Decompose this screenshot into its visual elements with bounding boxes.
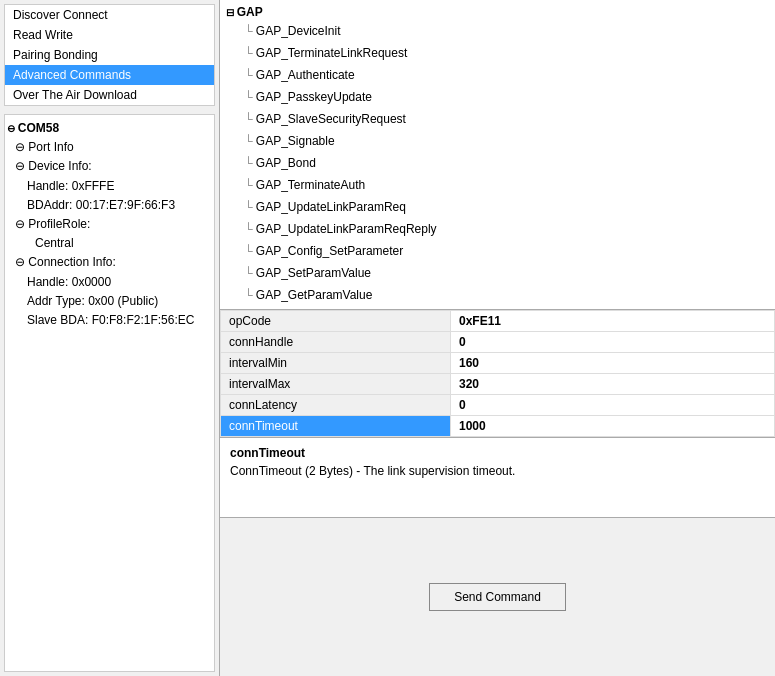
port-info[interactable]: Port Info [28, 140, 73, 154]
desc-text: ConnTimeout (2 Bytes) - The link supervi… [230, 464, 765, 478]
cmd-item-6[interactable]: GAP_Bond [224, 152, 771, 174]
button-area: Send Command [220, 518, 775, 676]
cmd-item-12[interactable]: GAP_GetParamValue [224, 284, 771, 305]
slave-bda-value: F0:F8:F2:1F:56:EC [92, 313, 195, 327]
handle-value: 0xFFFE [72, 179, 115, 193]
cmd-item-7[interactable]: GAP_TerminateAuth [224, 174, 771, 196]
nav-item-over-the-air[interactable]: Over The Air Download [5, 85, 214, 105]
handle-label: Handle: [27, 179, 68, 193]
cmd-item-8[interactable]: GAP_UpdateLinkParamReq [224, 196, 771, 218]
gap-group[interactable]: GAP [224, 4, 771, 20]
cmd-item-4[interactable]: GAP_SlaveSecurityRequest [224, 108, 771, 130]
param-value-connTimeout[interactable]: 1000 [451, 416, 775, 437]
param-value-opCode[interactable]: 0xFE11 [451, 311, 775, 332]
cmd-item-9[interactable]: GAP_UpdateLinkParamReqReply [224, 218, 771, 240]
param-row-connTimeout[interactable]: connTimeout1000 [221, 416, 775, 437]
cmd-item-11[interactable]: GAP_SetParamValue [224, 262, 771, 284]
command-tree: GAP GAP_DeviceInitGAP_TerminateLinkReque… [220, 0, 775, 310]
param-value-intervalMax[interactable]: 320 [451, 374, 775, 395]
param-label-intervalMin: intervalMin [221, 353, 451, 374]
cmd-item-1[interactable]: GAP_TerminateLinkRequest [224, 42, 771, 64]
device-info-label: ⊖ [15, 159, 28, 173]
param-row-connHandle[interactable]: connHandle0 [221, 332, 775, 353]
param-value-connLatency[interactable]: 0 [451, 395, 775, 416]
connection-info: Connection Info: [28, 255, 115, 269]
nav-item-discover-connect[interactable]: Discover Connect [5, 5, 214, 25]
param-value-intervalMin[interactable]: 160 [451, 353, 775, 374]
profile-role-value: Central [35, 236, 74, 250]
port-label[interactable]: COM58 [7, 121, 59, 135]
send-command-button[interactable]: Send Command [429, 583, 566, 611]
param-label-connTimeout: connTimeout [221, 416, 451, 437]
params-table: opCode0xFE11connHandle0intervalMin160int… [220, 310, 775, 438]
param-label-connHandle: connHandle [221, 332, 451, 353]
nav-menu: Discover Connect Read Write Pairing Bond… [4, 4, 215, 106]
bdaddr-label: BDAddr: [27, 198, 72, 212]
port-info-label: ⊖ [15, 140, 28, 154]
conn-handle-value: 0x0000 [72, 275, 111, 289]
nav-item-read-write[interactable]: Read Write [5, 25, 214, 45]
nav-item-pairing-bonding[interactable]: Pairing Bonding [5, 45, 214, 65]
profile-role-label: ⊖ [15, 217, 28, 231]
right-panel: GAP GAP_DeviceInitGAP_TerminateLinkReque… [220, 0, 775, 676]
addr-type-label: Addr Type: [27, 294, 85, 308]
param-value-connHandle[interactable]: 0 [451, 332, 775, 353]
cmd-item-10[interactable]: GAP_Config_SetParameter [224, 240, 771, 262]
cmd-item-0[interactable]: GAP_DeviceInit [224, 20, 771, 42]
desc-title: connTimeout [230, 446, 765, 460]
device-info: Device Info: [28, 159, 91, 173]
addr-type-value: 0x00 (Public) [88, 294, 158, 308]
device-tree: COM58 ⊖ Port Info ⊖ Device Info: Handle:… [4, 114, 215, 672]
nav-item-advanced-commands[interactable]: Advanced Commands [5, 65, 214, 85]
param-label-connLatency: connLatency [221, 395, 451, 416]
param-row-intervalMax[interactable]: intervalMax320 [221, 374, 775, 395]
param-label-opCode: opCode [221, 311, 451, 332]
param-row-opCode[interactable]: opCode0xFE11 [221, 311, 775, 332]
param-row-intervalMin[interactable]: intervalMin160 [221, 353, 775, 374]
cmd-item-5[interactable]: GAP_Signable [224, 130, 771, 152]
profile-role: ProfileRole: [28, 217, 90, 231]
param-row-connLatency[interactable]: connLatency0 [221, 395, 775, 416]
left-panel: Discover Connect Read Write Pairing Bond… [0, 0, 220, 676]
param-label-intervalMax: intervalMax [221, 374, 451, 395]
cmd-item-2[interactable]: GAP_Authenticate [224, 64, 771, 86]
bdaddr-value: 00:17:E7:9F:66:F3 [76, 198, 175, 212]
description-area: connTimeout ConnTimeout (2 Bytes) - The … [220, 438, 775, 518]
cmd-items-container: GAP_DeviceInitGAP_TerminateLinkRequestGA… [224, 20, 771, 305]
conn-handle-label: Handle: [27, 275, 68, 289]
connection-info-label: ⊖ [15, 255, 28, 269]
cmd-item-3[interactable]: GAP_PasskeyUpdate [224, 86, 771, 108]
slave-bda-label: Slave BDA: [27, 313, 88, 327]
